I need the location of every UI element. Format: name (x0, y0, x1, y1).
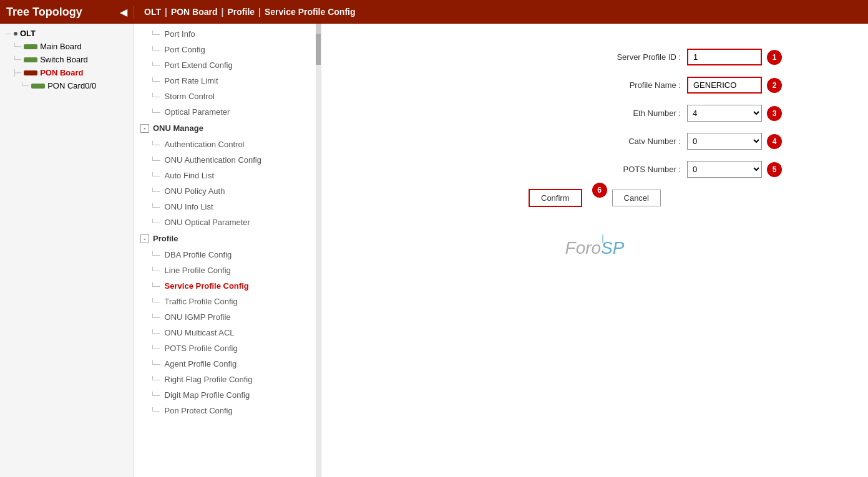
step-badge-2: 2 (767, 78, 782, 93)
pon-card-icon (31, 84, 45, 89)
nav-panel: └─ Port Info └─ Port Config └─ Port Exte… (134, 24, 321, 477)
nav-item-port-rate-limit[interactable]: └─ Port Rate Limit (134, 73, 321, 89)
catv-number-row: Catv Number : 0 1 2 4 (407, 133, 782, 150)
profile-name-row: Profile Name : 2 (407, 77, 782, 94)
breadcrumb-pon-board: PON Board (171, 7, 218, 17)
breadcrumb-service-profile-config: Service Profile Config (265, 7, 355, 17)
sidebar-item-olt[interactable]: — OLT (0, 27, 134, 40)
pots-number-select[interactable]: 0 1 2 (687, 161, 762, 178)
profile-items: └─ DBA Profile Config └─ Line Profile Co… (134, 247, 321, 418)
catv-number-select[interactable]: 0 1 2 (687, 133, 762, 150)
nav-item-service-profile-config[interactable]: └─ Service Profile Config (134, 278, 321, 294)
tree-topology-title: Tree Topology (6, 6, 82, 19)
nav-item-port-extend-config[interactable]: └─ Port Extend Config (134, 57, 321, 73)
collapse-arrow[interactable]: ◀ (120, 6, 127, 18)
sidebar-item-pon-board[interactable]: ├─ PON Board (0, 66, 134, 79)
nav-item-right-flag-profile[interactable]: └─ Right Flag Profile Config (134, 372, 321, 387)
step-badge-5: 5 (767, 162, 782, 177)
onu-manage-items: └─ Authentication Control └─ ONU Authent… (134, 137, 321, 230)
profile-toggle[interactable]: - (140, 234, 149, 243)
nav-item-digit-map-profile[interactable]: └─ Digit Map Profile Config (134, 387, 321, 403)
nav-item-storm-control[interactable]: └─ Storm Control (134, 89, 321, 104)
breadcrumb-profile: Profile (228, 7, 255, 17)
nav-item-optical-parameter[interactable]: └─ Optical Parameter (134, 104, 321, 120)
onu-manage-toggle[interactable]: - (140, 124, 149, 133)
step-badge-6: 6 (592, 183, 607, 198)
sidebar-olt-icon (14, 32, 17, 36)
profile-name-label: Profile Name : (581, 80, 681, 90)
eth-number-select[interactable]: 4 0 1 2 3 5 6 7 8 (687, 105, 762, 122)
catv-number-label: Catv Number : (581, 137, 681, 146)
sidebar: — OLT └─ Main Board └─ Switch Board ├─ P… (0, 24, 134, 477)
pon-board-icon (24, 70, 37, 75)
step-badge-1: 1 (767, 50, 782, 65)
nav-item-auth-control[interactable]: └─ Authentication Control (134, 137, 321, 152)
sidebar-item-pon-card[interactable]: └─ PON Card0/0 (0, 79, 134, 92)
pots-number-label: POTS Number : (581, 165, 681, 174)
profile-name-input[interactable] (687, 77, 762, 94)
breadcrumb: OLT | PON Board | Profile | Service Prof… (134, 7, 365, 17)
sidebar-item-switch-board[interactable]: └─ Switch Board (0, 53, 134, 66)
confirm-button[interactable]: Confirm (529, 189, 582, 207)
cancel-button[interactable]: Cancel (612, 190, 661, 206)
nav-item-agent-profile[interactable]: └─ Agent Profile Config (134, 356, 321, 372)
nav-item-pon-protect-config[interactable]: └─ Pon Protect Config (134, 403, 321, 418)
form-buttons: Confirm 6 Cancel (407, 189, 782, 207)
foroisp-logo: Foro |SP (407, 238, 782, 258)
nav-item-onu-info-list[interactable]: └─ ONU Info List (134, 199, 321, 214)
nav-section-onu-manage[interactable]: - ONU Manage (134, 120, 321, 137)
sidebar-switch-board-label: Switch Board (40, 55, 88, 64)
nav-item-line-profile[interactable]: └─ Line Profile Config (134, 263, 321, 278)
nav-item-onu-auth-config[interactable]: └─ ONU Authentication Config (134, 152, 321, 168)
nav-item-onu-multicast-acl[interactable]: └─ ONU Multicast ACL (134, 325, 321, 340)
sidebar-main-board-label: Main Board (40, 42, 81, 51)
step-badge-3: 3 (767, 106, 782, 121)
pots-number-row: POTS Number : 0 1 2 5 (407, 161, 782, 178)
nav-item-auto-find-list[interactable]: └─ Auto Find List (134, 168, 321, 183)
server-profile-id-row: Server Profile ID : 1 (407, 49, 782, 65)
nav-item-onu-optical-param[interactable]: └─ ONU Optical Parameter (134, 214, 321, 230)
eth-number-label: Eth Number : (581, 108, 681, 118)
sidebar-olt-label: OLT (20, 29, 36, 38)
server-profile-id-input[interactable] (687, 49, 762, 65)
nav-item-port-info[interactable]: └─ Port Info (134, 26, 321, 42)
nav-item-onu-igmp-profile[interactable]: └─ ONU IGMP Profile (134, 309, 321, 325)
sidebar-item-main-board[interactable]: └─ Main Board (0, 40, 134, 53)
service-profile-form: Server Profile ID : 1 Profile Name : 2 E… (407, 49, 782, 258)
main-board-icon (24, 44, 37, 49)
eth-number-row: Eth Number : 4 0 1 2 3 5 6 7 8 3 (407, 105, 782, 122)
sidebar-pon-board-label: PON Board (40, 68, 83, 77)
nav-item-onu-policy-auth[interactable]: └─ ONU Policy Auth (134, 183, 321, 199)
nav-item-traffic-profile[interactable]: └─ Traffic Profile Config (134, 294, 321, 309)
step-badge-4: 4 (767, 134, 782, 149)
breadcrumb-olt: OLT (144, 7, 161, 17)
sidebar-pon-card-label: PON Card0/0 (47, 81, 96, 90)
switch-board-icon (24, 57, 37, 62)
nav-item-pots-profile[interactable]: └─ POTS Profile Config (134, 340, 321, 356)
nav-item-port-config[interactable]: └─ Port Config (134, 42, 321, 57)
nav-item-dba-profile[interactable]: └─ DBA Profile Config (134, 247, 321, 263)
form-panel: Server Profile ID : 1 Profile Name : 2 E… (321, 24, 868, 477)
server-profile-id-label: Server Profile ID : (581, 52, 681, 62)
nav-section-profile[interactable]: - Profile (134, 230, 321, 247)
